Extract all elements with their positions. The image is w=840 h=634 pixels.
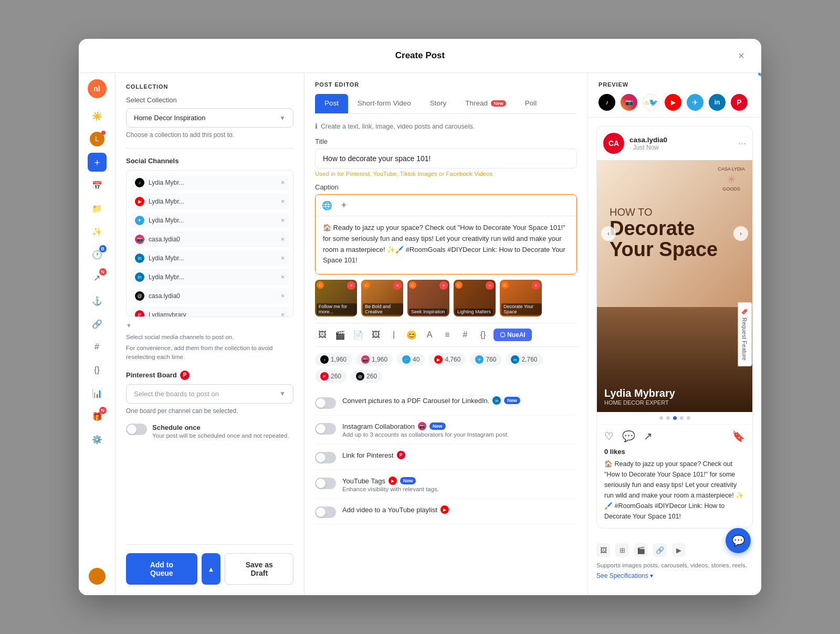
link-pinterest-toggle[interactable] (315, 452, 336, 463)
tab-poll[interactable]: Poll (516, 94, 547, 113)
remove-channel-icon[interactable]: × (281, 255, 285, 262)
emoji-tool-icon[interactable]: 😊 (404, 327, 419, 342)
youtube-playlist-toggle[interactable] (315, 506, 336, 518)
video-tool-icon[interactable]: 🎬 (333, 327, 348, 342)
share-icon[interactable]: ↗ (644, 430, 653, 442)
nav-share-icon[interactable]: ↗ N (88, 268, 107, 287)
media-remove-button[interactable]: × (347, 281, 355, 290)
nav-link-icon[interactable]: 🔗 (88, 314, 107, 333)
nav-calendar-icon[interactable]: 📅 (88, 176, 107, 195)
nav-chart-icon[interactable]: 📊 (88, 384, 107, 403)
remove-channel-icon[interactable]: × (281, 292, 285, 300)
show-more-button[interactable]: ▼ (126, 322, 293, 329)
preview-image-icon[interactable]: 🖼 (596, 543, 610, 557)
convert-pdf-toggle[interactable] (315, 397, 336, 409)
tab-story[interactable]: Story (421, 94, 456, 113)
nue-ai-button[interactable]: ⬡ NueAI (494, 329, 532, 341)
board-select[interactable]: Select the boards to post on ▼ (126, 384, 293, 404)
title-hint: Used in for Pinterest, YouTube, Tiktok I… (315, 171, 577, 177)
preview-expert: HOME DECOR EXPERT (604, 399, 675, 406)
image-tool-icon[interactable]: 🖼 (315, 327, 330, 342)
queue-dropdown-button[interactable]: ▲ (202, 553, 221, 585)
youtube-tags-toggle[interactable] (315, 478, 336, 489)
threads-icon: @ (135, 291, 144, 301)
nav-hashtag-icon[interactable]: # (88, 337, 107, 356)
pinterest-stat-icon: P (320, 372, 329, 381)
remove-channel-icon[interactable]: × (281, 236, 285, 243)
heart-icon[interactable]: ♡ (604, 430, 614, 442)
comment-icon[interactable]: 💬 (622, 430, 635, 442)
code-tool-icon[interactable]: {} (476, 327, 490, 342)
collection-select[interactable]: Home Decor Inspiration ▼ (126, 108, 293, 128)
nav-folder-icon[interactable]: 📁 (88, 199, 107, 218)
preview-reels-icon[interactable]: ▶ (672, 543, 686, 557)
nav-gift-icon[interactable]: 🎁 N (88, 407, 107, 426)
dot1 (659, 416, 663, 420)
media-thumb: × C Be Bold and Creative (361, 280, 403, 316)
hashtag-tool-icon[interactable]: # (458, 327, 472, 342)
user-avatar[interactable] (89, 568, 106, 585)
pinterest-platform-icon[interactable]: P (731, 94, 748, 111)
linkedin-platform-icon[interactable]: in (709, 94, 726, 111)
media-remove-button[interactable]: × (393, 281, 402, 290)
preview-nav-left-button[interactable]: ‹ (601, 226, 616, 241)
feature-youtube-tags: YouTube Tags ▶ New Enhance visibility wi… (315, 470, 577, 499)
youtube-platform-icon[interactable]: ▶ ! (665, 94, 681, 111)
title-input[interactable] (315, 149, 577, 168)
align-tool-icon[interactable]: ≡ (440, 327, 455, 342)
tab-short-form-video[interactable]: Short-form Video (348, 94, 421, 113)
preview-more-icon[interactable]: ··· (738, 138, 746, 149)
instagram-collab-toggle[interactable] (315, 423, 336, 435)
youtube-icon: ▶ (135, 197, 144, 206)
media-remove-button[interactable]: × (532, 281, 540, 290)
remove-channel-icon[interactable]: × (281, 273, 285, 281)
bookmark-icon[interactable]: 🔖 (732, 430, 745, 442)
stat-telegram: ✈ 760 (470, 353, 501, 366)
nav-sun-icon[interactable]: ☀️ (88, 107, 107, 125)
media-remove-button[interactable]: × (439, 281, 448, 290)
nav-avatar-icon[interactable]: L (88, 130, 107, 149)
stat-youtube: ▶ 4,760 (429, 353, 466, 366)
add-to-queue-button[interactable]: Add to Queue (126, 553, 197, 585)
stat-linkedin: in 2,760 (506, 353, 542, 366)
request-feature-button[interactable]: 🔖 Request Feature (738, 302, 752, 366)
nav-wand-icon[interactable]: ✨ (88, 222, 107, 241)
add-caption-button[interactable]: + (338, 199, 350, 212)
preview-nav-right-button[interactable]: › (733, 226, 748, 241)
feature-info: Convert pictures to a PDF Carousel for L… (342, 396, 577, 405)
globe-icon[interactable]: 🌐 (321, 199, 333, 212)
text-tool-icon[interactable]: A (422, 327, 437, 342)
list-item: in Lydia Mybr... × (131, 269, 289, 285)
chat-fab-button[interactable]: 💬 (726, 528, 751, 553)
dot3-active (673, 416, 677, 420)
remove-channel-icon[interactable]: × (281, 217, 285, 224)
telegram-platform-icon[interactable]: ✈ (687, 94, 704, 111)
schedule-toggle[interactable] (126, 424, 147, 435)
tab-post[interactable]: Post (315, 94, 348, 113)
media-remove-button[interactable]: × (486, 281, 494, 290)
see-specs-link[interactable]: See Specifications ▾ (596, 572, 753, 579)
nav-clock-icon[interactable]: 🕐 B (88, 245, 107, 264)
save-as-draft-button[interactable]: Save as Draft (225, 553, 293, 585)
nav-code-icon[interactable]: {} (88, 361, 107, 379)
twitter-platform-icon[interactable]: ⚠🐦 (643, 94, 659, 111)
instagram-platform-icon[interactable]: 📷 (621, 94, 637, 111)
remove-channel-icon[interactable]: × (281, 179, 285, 186)
nav-settings-icon[interactable]: ⚙️ (88, 430, 107, 449)
nav-anchor-icon[interactable]: ⚓ (88, 291, 107, 310)
preview-link-icon[interactable]: 🔗 (653, 543, 667, 557)
remove-channel-icon[interactable]: × (281, 198, 285, 205)
close-button[interactable]: × (734, 48, 749, 63)
doc-tool-icon[interactable]: 📄 (351, 327, 365, 342)
media-badge: C (409, 281, 416, 289)
preview-video-icon[interactable]: 🎬 (634, 543, 648, 557)
tab-thread[interactable]: Thread New (456, 94, 515, 113)
remove-channel-icon[interactable]: × (281, 311, 285, 317)
caption-text[interactable]: 🏠 Ready to jazz up your space? Check out… (316, 216, 576, 274)
info-icon: ℹ (315, 122, 318, 130)
preview-carousel-icon[interactable]: ⊞ (615, 543, 629, 557)
media-tool-icon[interactable]: 🖼 (369, 327, 383, 342)
platform-icons-row: ♪ 📷 ⚠🐦 ▶ ! ✈ in P (588, 94, 761, 118)
nav-add-icon[interactable]: ＋ (88, 153, 107, 172)
tiktok-platform-icon[interactable]: ♪ (598, 94, 615, 111)
